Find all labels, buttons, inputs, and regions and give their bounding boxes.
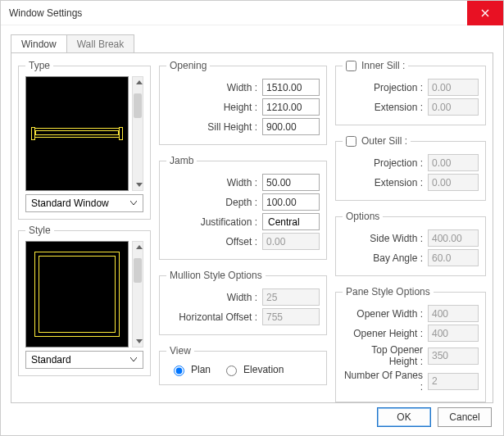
chevron-down-icon (128, 198, 139, 209)
group-options: Options Side Width : Bay Angle : (335, 211, 486, 276)
group-type: Type Standard Window (18, 60, 151, 220)
close-icon (481, 9, 489, 17)
radio-plan[interactable] (174, 366, 184, 376)
jamb-just-label: Justification : (201, 216, 257, 228)
side-width-label: Side Width : (370, 233, 423, 244)
group-view: View Plan Elevation (159, 345, 327, 385)
mullion-hoff-input (262, 308, 320, 325)
dialog-title: Window Settings (9, 7, 82, 19)
opener-height-label: Opener Height : (353, 328, 423, 339)
opening-height-input[interactable] (262, 98, 320, 116)
opening-width-label: Width : (227, 82, 257, 93)
cancel-button[interactable]: Cancel (438, 407, 492, 427)
radio-elevation[interactable] (226, 366, 237, 376)
ok-button[interactable]: OK (377, 407, 431, 427)
type-scrollbar[interactable] (132, 76, 143, 191)
opener-width-label: Opener Width : (356, 308, 423, 320)
group-style: Style Standard (18, 225, 151, 376)
opener-height-input (428, 325, 479, 342)
num-panes-input (428, 373, 479, 390)
jamb-offset-label: Offset : (226, 236, 257, 248)
legend-outer-sill[interactable]: Outer Sill : (343, 135, 411, 147)
bay-angle-label: Bay Angle : (373, 252, 423, 264)
mullion-width-label: Width : (227, 292, 257, 303)
style-select[interactable]: Standard (25, 351, 143, 369)
opening-sill-label: Sill Height : (207, 121, 257, 133)
type-select-value: Standard Window (31, 198, 109, 209)
jamb-offset-input (262, 233, 320, 250)
inner-proj-input (428, 79, 479, 96)
tab-wall-break[interactable]: Wall Break (67, 34, 135, 53)
titlebar: Window Settings (1, 1, 503, 25)
close-button[interactable] (467, 1, 503, 25)
inner-proj-label: Projection : (374, 82, 423, 93)
opening-width-input[interactable] (262, 79, 320, 96)
jamb-depth-label: Depth : (225, 197, 257, 208)
inner-sill-checkbox[interactable] (346, 61, 356, 71)
top-opener-height-label: Top Opener Height : (343, 344, 423, 367)
opening-height-label: Height : (224, 102, 257, 113)
group-opening: Opening Width : Height : Sill Height : (159, 60, 327, 145)
type-select[interactable]: Standard Window (25, 194, 143, 212)
legend-jamb: Jamb (166, 155, 197, 166)
top-opener-height-input (428, 347, 479, 365)
inner-ext-input (428, 98, 479, 116)
tabstrip: Window Wall Break (11, 34, 493, 53)
outer-proj-label: Projection : (374, 157, 423, 169)
jamb-width-input[interactable] (262, 174, 320, 191)
jamb-just-select[interactable]: Central (262, 213, 320, 230)
view-plan-radio[interactable]: Plan (170, 363, 211, 376)
tabpanel-window: Type Standard Window St (11, 52, 493, 403)
view-elevation-radio[interactable]: Elevation (222, 363, 284, 376)
bay-angle-input (428, 249, 479, 266)
legend-inner-sill[interactable]: Inner Sill : (343, 60, 408, 71)
outer-ext-input (428, 174, 479, 191)
tab-window[interactable]: Window (11, 34, 67, 53)
mullion-width-input (262, 288, 320, 306)
group-inner-sill: Inner Sill : Projection : Extension : (335, 60, 486, 125)
inner-ext-label: Extension : (375, 102, 423, 113)
num-panes-label: Number Of Panes : (343, 370, 423, 393)
style-scrollbar[interactable] (132, 241, 143, 347)
group-outer-sill: Outer Sill : Projection : Extension : (335, 135, 486, 201)
type-preview[interactable] (25, 76, 129, 191)
side-width-input (428, 229, 479, 247)
legend-opening: Opening (166, 60, 210, 71)
window-settings-dialog: Window Settings Window Wall Break Type (0, 0, 504, 436)
opener-width-input (428, 305, 479, 322)
outer-ext-label: Extension : (375, 177, 423, 188)
legend-pane: Pane Style Options (343, 286, 434, 297)
chevron-down-icon (128, 354, 139, 366)
jamb-depth-input[interactable] (262, 193, 320, 211)
outer-proj-input (428, 154, 479, 171)
jamb-width-label: Width : (227, 177, 257, 188)
legend-style: Style (25, 225, 54, 236)
mullion-hoff-label: Horizontal Offset : (179, 311, 257, 323)
style-select-value: Standard (31, 354, 71, 366)
legend-view: View (166, 345, 194, 357)
legend-options: Options (343, 211, 383, 222)
legend-mullion: Mullion Style Options (166, 270, 266, 281)
style-preview[interactable] (25, 241, 129, 347)
group-pane: Pane Style Options Opener Width : Opener… (335, 286, 486, 402)
group-jamb: Jamb Width : Depth : Justification : Cen… (159, 155, 327, 260)
group-mullion: Mullion Style Options Width : Horizontal… (159, 270, 327, 335)
opening-sill-input[interactable] (262, 118, 320, 135)
legend-type: Type (25, 60, 53, 71)
outer-sill-checkbox[interactable] (346, 136, 356, 147)
